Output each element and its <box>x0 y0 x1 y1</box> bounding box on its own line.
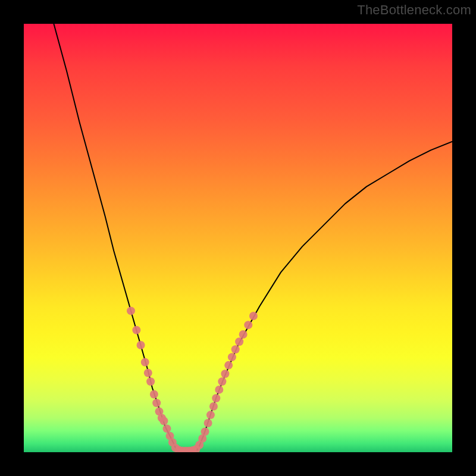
chart-frame: TheBottleneck.com <box>0 0 476 476</box>
marker-dot <box>209 402 218 411</box>
marker-dot <box>146 377 155 386</box>
watermark-text: TheBottleneck.com <box>357 2 471 18</box>
marker-dot <box>224 361 233 369</box>
marker-dot <box>141 358 149 367</box>
marker-dot <box>162 424 171 433</box>
marker-dot <box>201 427 209 436</box>
marker-dot <box>137 341 145 349</box>
marker-dot <box>144 369 152 377</box>
marker-dot <box>244 321 252 329</box>
series-left-branch <box>54 24 176 450</box>
marker-dot <box>150 390 158 399</box>
marker-dot <box>231 345 240 353</box>
marker-dot <box>127 306 135 315</box>
marker-dot <box>221 369 229 378</box>
marker-dot <box>218 377 226 386</box>
chart-svg <box>24 24 452 452</box>
marker-dot <box>235 337 243 346</box>
marker-dot <box>206 411 215 419</box>
series-right-branch <box>197 142 452 450</box>
marker-dot <box>132 326 140 334</box>
marker-dot <box>249 312 258 320</box>
marker-dot <box>239 330 248 339</box>
marker-dot <box>204 419 212 427</box>
marker-dot <box>152 399 161 407</box>
marker-dot <box>159 416 168 425</box>
marker-dot <box>212 394 220 402</box>
marker-dot <box>215 386 223 394</box>
curve-layer <box>54 24 452 452</box>
marker-dot <box>228 353 236 361</box>
marker-layer <box>127 306 258 452</box>
plot-area <box>24 24 452 452</box>
